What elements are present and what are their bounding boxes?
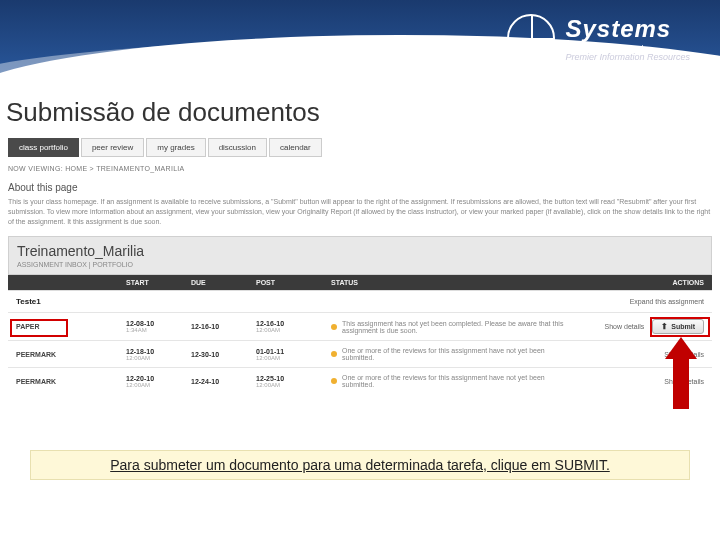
start-time: 12:00AM xyxy=(126,382,191,388)
arrow-head-icon xyxy=(665,337,697,359)
row-type: PEERMARK xyxy=(16,351,126,358)
instruction-caption: Para submeter um documento para uma dete… xyxy=(30,450,690,480)
due-date: 12-24-10 xyxy=(191,378,256,385)
post-time: 12:00AM xyxy=(256,327,321,333)
logo-sub2: Premier Information Resources xyxy=(565,52,690,62)
arrow-stem xyxy=(673,359,689,409)
logo-sub1: Link International xyxy=(565,43,690,52)
about-heading: About this page xyxy=(8,182,712,193)
status-text: This assignment has not yet been complet… xyxy=(342,320,564,334)
header-banner: Systems Link International Premier Infor… xyxy=(0,0,720,85)
post-date: 01-01-11 xyxy=(256,348,321,355)
status-dot-icon xyxy=(331,378,337,384)
show-details-link[interactable]: Show details xyxy=(605,323,645,330)
tab-class-portfolio[interactable]: class portfolio xyxy=(8,138,79,157)
about-box: About this page This is your class homep… xyxy=(8,176,712,236)
tab-calendar[interactable]: calendar xyxy=(269,138,322,157)
table-row: PEERMARK 12-20-1012:00AM 12-24-10 12-25-… xyxy=(8,367,712,394)
table-row: PAPER 12-08-101:34AM 12-16-10 12-16-1012… xyxy=(8,312,712,340)
col-status: STATUS xyxy=(321,279,564,286)
post-time: 12:00AM xyxy=(256,382,321,388)
status-text: One or more of the reviews for this assi… xyxy=(342,374,564,388)
post-time: 12:00AM xyxy=(256,355,321,361)
due-date: 12-30-10 xyxy=(191,351,256,358)
logo-main: Systems xyxy=(565,15,690,43)
class-header: Treinamento_Marilia ASSIGNMENT INBOX | P… xyxy=(8,236,712,275)
page-title: Submissão de documentos xyxy=(0,85,720,138)
status-dot-icon xyxy=(331,324,337,330)
col-actions: ACTIONS xyxy=(564,279,704,286)
start-date: 12-20-10 xyxy=(126,375,191,382)
logo: Systems Link International Premier Infor… xyxy=(507,14,690,62)
col-due: DUE xyxy=(191,279,256,286)
tab-discussion[interactable]: discussion xyxy=(208,138,267,157)
breadcrumb: NOW VIEWING: HOME > TREINAMENTO_MARILIA xyxy=(8,161,712,176)
class-sub: ASSIGNMENT INBOX | PORTFOLIO xyxy=(17,261,703,268)
row-type: PAPER xyxy=(16,323,126,330)
col-start: START xyxy=(126,279,191,286)
table-row: PEERMARK 12-18-1012:00AM 12-30-10 01-01-… xyxy=(8,340,712,367)
due-date: 12-16-10 xyxy=(191,323,256,330)
row-type: PEERMARK xyxy=(16,378,126,385)
submit-label: Submit xyxy=(671,323,695,330)
status-dot-icon xyxy=(331,351,337,357)
assignment-title-row: Teste1 Expand this assignment xyxy=(8,290,712,312)
col-post: POST xyxy=(256,279,321,286)
expand-assignment-link[interactable]: Expand this assignment xyxy=(630,298,704,305)
class-title: Treinamento_Marilia xyxy=(17,243,703,259)
table-header: START DUE POST STATUS ACTIONS xyxy=(8,275,712,290)
start-time: 12:00AM xyxy=(126,355,191,361)
tab-my-grades[interactable]: my grades xyxy=(146,138,205,157)
post-date: 12-25-10 xyxy=(256,375,321,382)
submit-button[interactable]: ⬆Submit xyxy=(652,319,704,334)
post-date: 12-16-10 xyxy=(256,320,321,327)
start-time: 1:34AM xyxy=(126,327,191,333)
status-text: One or more of the reviews for this assi… xyxy=(342,347,564,361)
start-date: 12-18-10 xyxy=(126,348,191,355)
about-text: This is your class homepage. If an assig… xyxy=(8,197,712,226)
upload-icon: ⬆ xyxy=(661,322,668,331)
app-screenshot: class portfolio peer review my grades di… xyxy=(0,138,720,394)
arrow-annotation xyxy=(665,337,697,409)
start-date: 12-08-10 xyxy=(126,320,191,327)
globe-icon xyxy=(507,14,555,62)
tab-peer-review[interactable]: peer review xyxy=(81,138,144,157)
tab-bar: class portfolio peer review my grades di… xyxy=(8,138,712,157)
assignment-name: Teste1 xyxy=(16,297,41,306)
